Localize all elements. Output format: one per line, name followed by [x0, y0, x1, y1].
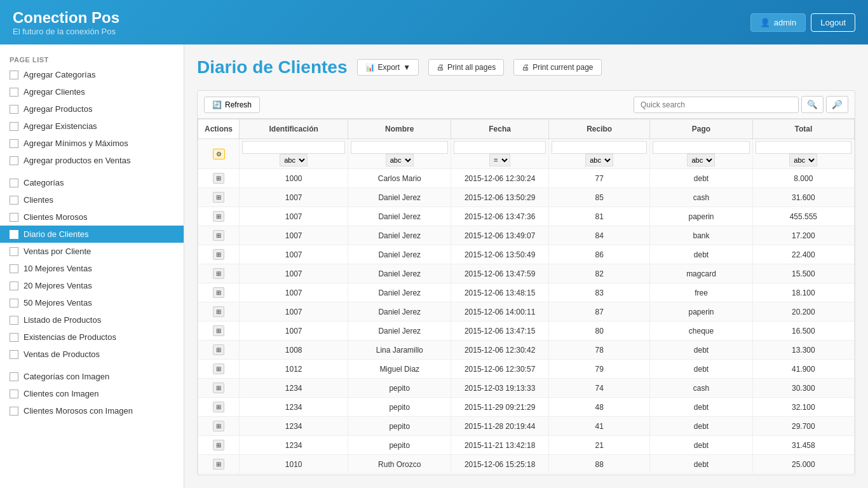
filter-pago-input[interactable]: [653, 141, 749, 154]
sidebar-item-existencias-productos[interactable]: Existencias de Productos: [0, 329, 184, 346]
row-detail-icon[interactable]: ⊞: [213, 383, 224, 393]
row-action-cell[interactable]: ⊞: [198, 188, 240, 207]
filter-recibo-type[interactable]: abc: [585, 154, 613, 166]
sidebar-item-clientes-morosos-imagen[interactable]: Clientes Morosos con Imagen: [0, 402, 184, 419]
row-total: 22.400: [752, 245, 854, 264]
col-actions[interactable]: Actions: [198, 119, 240, 139]
row-id: 1000: [240, 169, 348, 188]
print-current-button[interactable]: 🖨 Print current page: [513, 59, 601, 76]
sidebar-item-agregar-categorias[interactable]: Agregar Categorías: [0, 66, 184, 83]
col-fecha[interactable]: Fecha: [451, 119, 549, 139]
logout-button[interactable]: Logout: [811, 13, 855, 32]
row-action-cell[interactable]: ⊞: [198, 398, 240, 417]
quick-search-input[interactable]: [634, 97, 799, 113]
app-header: Conection Pos El futuro de la conexión P…: [0, 0, 868, 44]
row-action-cell[interactable]: ⊞: [198, 436, 240, 455]
search-button[interactable]: 🔍: [801, 96, 824, 113]
row-action-cell[interactable]: ⊞: [198, 226, 240, 245]
row-detail-icon[interactable]: ⊞: [213, 249, 224, 260]
sidebar-checkbox: [10, 105, 18, 114]
row-detail-icon[interactable]: ⊞: [213, 402, 224, 412]
row-action-cell[interactable]: ⊞: [198, 169, 240, 188]
table-container: 🔄 Refresh 🔍 🔎: [197, 90, 855, 475]
row-pago: bank: [650, 226, 752, 245]
col-identificacion[interactable]: Identificación: [240, 119, 348, 139]
filter-nombre-input[interactable]: [351, 141, 448, 154]
row-action-cell[interactable]: ⊞: [198, 245, 240, 264]
sidebar-item-20-mejores[interactable]: 20 Mejores Ventas: [0, 277, 184, 294]
sidebar-item-clientes[interactable]: Clientes: [0, 191, 184, 208]
sidebar-item-ventas-cliente[interactable]: Ventas por Cliente: [0, 243, 184, 260]
row-action-cell[interactable]: ⊞: [198, 341, 240, 360]
row-detail-icon[interactable]: ⊞: [213, 440, 224, 451]
row-action-cell[interactable]: ⊞: [198, 455, 240, 474]
filter-identificacion-input[interactable]: [242, 141, 345, 154]
sidebar-item-listado-productos[interactable]: Listado de Productos: [0, 311, 184, 329]
sidebar-item-agregar-minimos[interactable]: Agregar Mínimos y Máximos: [0, 135, 184, 152]
print-all-icon: 🖨: [437, 63, 444, 72]
sidebar-item-diario-clientes[interactable]: Diario de Clientes: [0, 226, 184, 243]
clear-search-button[interactable]: 🔎: [826, 96, 848, 113]
sidebar-item-clientes-imagen[interactable]: Clientes con Imagen: [0, 385, 184, 402]
table-row: ⊞ 1000 Carlos Mario 2015-12-06 12:30:24 …: [198, 169, 855, 188]
row-detail-icon[interactable]: ⊞: [213, 211, 224, 222]
filter-fecha-type[interactable]: =: [489, 154, 510, 166]
row-pago: debt: [650, 436, 752, 455]
row-action-cell[interactable]: ⊞: [198, 360, 240, 379]
table-row: ⊞ 1007 Daniel Jerez 2015-12-06 13:47:59 …: [198, 264, 855, 283]
row-detail-icon[interactable]: ⊞: [213, 173, 224, 184]
filter-nombre-type[interactable]: abc: [386, 154, 414, 166]
sidebar-item-ventas-productos[interactable]: Ventas de Productos: [0, 346, 184, 363]
row-detail-icon[interactable]: ⊞: [213, 363, 224, 374]
export-button[interactable]: 📊 Export ▼: [357, 59, 419, 76]
sidebar-item-agregar-ventas[interactable]: Agregar productos en Ventas: [0, 152, 184, 169]
filter-pago-type[interactable]: abc: [687, 154, 715, 166]
row-pago: cash: [650, 379, 752, 398]
col-total[interactable]: Total: [752, 119, 854, 139]
col-pago[interactable]: Pago: [650, 119, 752, 139]
sidebar-item-agregar-clientes[interactable]: Agregar Clientes: [0, 83, 184, 100]
col-nombre[interactable]: Nombre: [348, 119, 451, 139]
sidebar-checkbox: [10, 88, 18, 97]
row-action-cell[interactable]: ⊞: [198, 417, 240, 436]
row-detail-icon[interactable]: ⊞: [213, 421, 224, 431]
refresh-button[interactable]: 🔄 Refresh: [204, 97, 260, 113]
row-detail-icon[interactable]: ⊞: [213, 344, 224, 355]
row-detail-icon[interactable]: ⊞: [213, 306, 224, 317]
filter-identificacion-type[interactable]: abc: [280, 154, 308, 166]
row-detail-icon[interactable]: ⊞: [213, 192, 224, 203]
row-pago: debt: [650, 169, 752, 188]
filter-total-input[interactable]: [756, 141, 851, 154]
row-detail-icon[interactable]: ⊞: [213, 459, 224, 470]
sidebar-checkbox: [10, 390, 18, 398]
filter-icon[interactable]: ⚙: [213, 149, 225, 159]
row-detail-icon[interactable]: ⊞: [213, 268, 224, 279]
table-row: ⊞ 1007 Daniel Jerez 2015-12-06 13:47:15 …: [198, 322, 855, 341]
sidebar-item-50-mejores[interactable]: 50 Mejores Ventas: [0, 294, 184, 311]
print-all-button[interactable]: 🖨 Print all pages: [428, 59, 504, 76]
row-action-cell[interactable]: ⊞: [198, 322, 240, 341]
sidebar-item-agregar-existencias[interactable]: Agregar Existencias: [0, 118, 184, 135]
filter-fecha-input[interactable]: [454, 141, 546, 154]
sidebar-item-clientes-morosos[interactable]: Clientes Morosos: [0, 208, 184, 226]
filter-recibo-input[interactable]: [552, 141, 647, 154]
filter-total-type[interactable]: abc: [789, 154, 817, 166]
row-total: 17.200: [752, 226, 854, 245]
row-recibo: 83: [549, 283, 650, 302]
table-row: ⊞ 1234 pepito 2015-11-21 13:42:18 21 deb…: [198, 436, 855, 455]
sidebar-item-agregar-productos[interactable]: Agregar Productos: [0, 100, 184, 118]
row-action-cell[interactable]: ⊞: [198, 379, 240, 398]
row-action-cell[interactable]: ⊞: [198, 302, 240, 322]
row-action-cell[interactable]: ⊞: [198, 283, 240, 302]
sidebar-item-categorias[interactable]: Categorías: [0, 174, 184, 191]
row-detail-icon[interactable]: ⊞: [213, 287, 224, 298]
row-action-cell[interactable]: ⊞: [198, 207, 240, 226]
col-recibo[interactable]: Recibo: [549, 119, 650, 139]
sidebar-item-categorias-imagen[interactable]: Categorías con Imagen: [0, 368, 184, 385]
row-detail-icon[interactable]: ⊞: [213, 325, 224, 336]
row-action-cell[interactable]: ⊞: [198, 264, 240, 283]
admin-button[interactable]: 👤 admin: [750, 13, 806, 32]
row-id: 1007: [240, 264, 348, 283]
row-detail-icon[interactable]: ⊞: [213, 230, 224, 241]
sidebar-item-10-mejores[interactable]: 10 Mejores Ventas: [0, 260, 184, 277]
